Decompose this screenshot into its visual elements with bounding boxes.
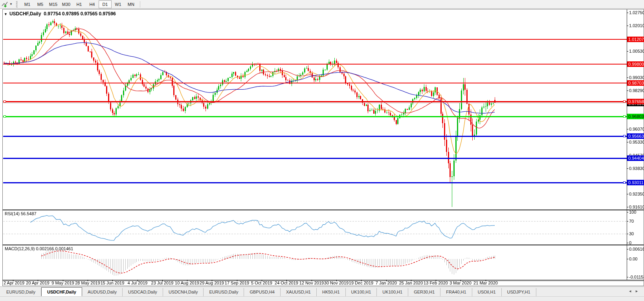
- toolbar-grip-handle[interactable]: [16, 1, 18, 7]
- timeframe-button-h1[interactable]: H1: [73, 0, 86, 8]
- chart-symbol-period: USDCHF,Daily: [9, 11, 41, 17]
- chart-mode-icon[interactable]: [2, 1, 9, 7]
- chart-title-collapse-icon[interactable]: ▼: [4, 12, 7, 16]
- macd-axis-tick: -0.011531: [629, 275, 644, 280]
- price-axis-tick: 0.96070: [629, 127, 644, 132]
- tab-scroll-arrows: ◄►: [628, 289, 642, 293]
- price-axis-tick: 0.95330: [629, 140, 644, 145]
- time-axis-label: 7 Jan 2020: [376, 281, 397, 285]
- chart-tab-uk100-h1[interactable]: UK100,H1: [377, 288, 408, 296]
- chart-tab-eurusd-daily[interactable]: EURUSD,Daily: [204, 288, 244, 296]
- rsi-axis-tick: 0: [629, 240, 631, 246]
- timeframe-button-m1[interactable]: M1: [21, 0, 34, 8]
- chart-tab-usdchf-daily[interactable]: USDCHF,Daily: [41, 287, 82, 296]
- dropdown-caret-icon[interactable]: ▼: [9, 2, 13, 6]
- time-axis-label: 12 Nov 2019: [299, 281, 324, 285]
- price-chart-canvas[interactable]: [0, 9, 644, 286]
- time-axis-label: 5 Oct 2019: [251, 281, 272, 285]
- chart-tab-hk50-h1[interactable]: HK50,H1: [317, 288, 346, 296]
- price-axis-tick: 0.93830: [629, 166, 644, 171]
- time-axis-label: 17 Sep 2019: [225, 281, 249, 285]
- timeframe-button-d1[interactable]: D1: [99, 0, 112, 8]
- level-price-label: 1.01207: [627, 37, 644, 42]
- level-price-label: 0.97658: [627, 99, 644, 104]
- chart-tab-ger30-h1[interactable]: GER30,H1: [408, 288, 440, 296]
- time-axis-label: 13 Feb 2020: [424, 281, 448, 285]
- chart-tab-uk100-h1[interactable]: UK100,H1: [346, 288, 377, 296]
- chart-tab-usdcnh-daily[interactable]: USDCNH,Daily: [163, 288, 204, 296]
- time-axis-label: 3 Mar 2020: [450, 281, 472, 285]
- chart-tab-usdjpy-h1[interactable]: USDJPY,H1: [502, 288, 536, 296]
- macd-axis-tick: 0.00: [629, 257, 637, 262]
- timeframe-button-group: M1M5M15M30H1H4D1W1MN: [21, 0, 138, 8]
- top-toolbar: ▼ M1M5M15M30H1H4D1W1MN: [0, 0, 644, 9]
- timeframe-button-w1[interactable]: W1: [112, 0, 125, 8]
- rsi-axis-tick: 100: [629, 210, 636, 215]
- timeframe-button-h4[interactable]: H4: [86, 0, 99, 8]
- level-price-label: 0.99800: [627, 61, 644, 67]
- price-axis-tick: 1.00530: [629, 49, 644, 54]
- price-axis-tick: 0.99030: [629, 75, 644, 80]
- time-axis-label: 28 May 2019: [75, 281, 100, 285]
- time-axis-label: 20 Apr 2019: [26, 281, 49, 285]
- chart-ohlc-values: 0.97754 0.97895 0.97565 0.97596: [44, 11, 116, 17]
- rsi-axis-tick: 70: [629, 219, 634, 224]
- status-strip: [0, 296, 644, 301]
- chart-tab-eurusd-daily[interactable]: EURUSD,Daily: [1, 288, 41, 296]
- tab-scroll-right-icon[interactable]: ►: [635, 289, 642, 293]
- price-axis-tick: 1.02010: [629, 23, 644, 28]
- time-axis-label: 21 Mar 2020: [473, 281, 498, 285]
- price-axis-tick: 0.98290: [629, 88, 644, 93]
- time-axis-label: 19 Dec 2019: [349, 281, 373, 285]
- time-axis-label: 4 Jul 2019: [128, 281, 148, 285]
- rsi-axis-tick: 30: [629, 231, 634, 236]
- time-axis-label: 25 Jan 2020: [399, 281, 423, 285]
- level-price-label: 0.95663: [627, 133, 644, 139]
- chart-tab-fra40-h1[interactable]: FRA40,H1: [440, 288, 472, 296]
- time-axis-label: 30 Nov 2019: [324, 281, 349, 285]
- level-price-label: 0.98703: [627, 80, 644, 86]
- rsi-indicator-label: RSI(14) 56.5487: [5, 211, 37, 216]
- time-axis-label: 9 May 2019: [51, 281, 74, 285]
- time-axis-label: 2 Apr 2019: [4, 281, 24, 285]
- chart-title: ▼USDCHF,Daily 0.97754 0.97895 0.97565 0.…: [4, 11, 116, 17]
- chart-tab-usoil-h1[interactable]: USOil,H1: [472, 288, 502, 296]
- time-axis-label: 29 Aug 2019: [200, 281, 224, 285]
- toolbar-separator: [140, 1, 140, 7]
- time-axis-label: 15 Jun 2019: [101, 281, 125, 285]
- price-axis-tick: 1.02750: [629, 10, 644, 15]
- macd-axis-tick: 0.006167: [629, 247, 644, 252]
- level-price-label: 0.94404: [627, 155, 644, 161]
- chart-tab-xauusd-h1[interactable]: XAUUSD,H1: [281, 288, 317, 296]
- chart-tab-usdcad-daily[interactable]: USDCAD,Daily: [123, 288, 163, 296]
- time-axis-label: 23 Jul 2019: [151, 281, 174, 285]
- level-price-label: 0.93011: [627, 180, 644, 185]
- chart-tab-gbpusd-h4[interactable]: GBPUSD,H4: [244, 288, 281, 296]
- price-axis-tick: 0.91610: [629, 205, 644, 210]
- price-axis-tick: 0.92350: [629, 192, 644, 197]
- timeframe-button-m5[interactable]: M5: [34, 0, 47, 8]
- time-axis-label: 24 Oct 2019: [275, 281, 298, 285]
- time-axis-label: 10 Aug 2019: [175, 281, 199, 285]
- chart-tab-audusd-daily[interactable]: AUDUSD,Daily: [82, 288, 123, 296]
- chart-tab-bar: EURUSD,DailyUSDCHF,DailyAUDUSD,DailyUSDC…: [0, 286, 644, 296]
- timeframe-button-m30[interactable]: M30: [60, 0, 73, 8]
- macd-indicator-label: MACD(12,26,9) 0.002166 0.001461: [5, 246, 73, 251]
- level-price-label: 0.96803: [627, 114, 644, 119]
- chart-window: ▼USDCHF,Daily 0.97754 0.97895 0.97565 0.…: [0, 9, 644, 286]
- chart-tabs: EURUSD,DailyUSDCHF,DailyAUDUSD,DailyUSDC…: [1, 287, 536, 296]
- timeframe-button-m15[interactable]: M15: [47, 0, 60, 8]
- tab-scroll-left-icon[interactable]: ◄: [628, 289, 635, 293]
- timeframe-button-mn[interactable]: MN: [125, 0, 138, 8]
